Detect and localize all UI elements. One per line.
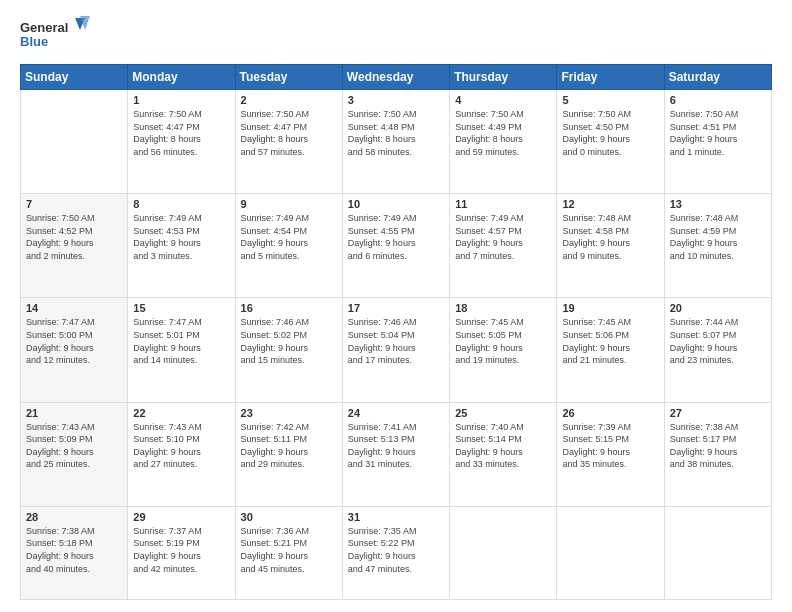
day-info: Sunrise: 7:50 AMSunset: 4:48 PMDaylight:… bbox=[348, 108, 444, 158]
day-number: 19 bbox=[562, 302, 658, 314]
calendar-cell bbox=[557, 506, 664, 599]
day-info: Sunrise: 7:39 AMSunset: 5:15 PMDaylight:… bbox=[562, 421, 658, 471]
day-info: Sunrise: 7:50 AMSunset: 4:52 PMDaylight:… bbox=[26, 212, 122, 262]
calendar-cell: 11Sunrise: 7:49 AMSunset: 4:57 PMDayligh… bbox=[450, 194, 557, 298]
calendar-cell: 24Sunrise: 7:41 AMSunset: 5:13 PMDayligh… bbox=[342, 402, 449, 506]
weekday-header-row: SundayMondayTuesdayWednesdayThursdayFrid… bbox=[21, 65, 772, 90]
day-number: 3 bbox=[348, 94, 444, 106]
day-info: Sunrise: 7:49 AMSunset: 4:55 PMDaylight:… bbox=[348, 212, 444, 262]
day-info: Sunrise: 7:47 AMSunset: 5:00 PMDaylight:… bbox=[26, 316, 122, 366]
svg-text:General: General bbox=[20, 20, 68, 35]
calendar-cell: 21Sunrise: 7:43 AMSunset: 5:09 PMDayligh… bbox=[21, 402, 128, 506]
logo-svg: General Blue bbox=[20, 16, 90, 54]
day-info: Sunrise: 7:50 AMSunset: 4:47 PMDaylight:… bbox=[241, 108, 337, 158]
day-info: Sunrise: 7:50 AMSunset: 4:51 PMDaylight:… bbox=[670, 108, 766, 158]
weekday-header-wednesday: Wednesday bbox=[342, 65, 449, 90]
calendar-cell: 22Sunrise: 7:43 AMSunset: 5:10 PMDayligh… bbox=[128, 402, 235, 506]
calendar-cell: 7Sunrise: 7:50 AMSunset: 4:52 PMDaylight… bbox=[21, 194, 128, 298]
day-number: 28 bbox=[26, 511, 122, 523]
calendar-cell: 1Sunrise: 7:50 AMSunset: 4:47 PMDaylight… bbox=[128, 90, 235, 194]
day-number: 13 bbox=[670, 198, 766, 210]
calendar-week-3: 14Sunrise: 7:47 AMSunset: 5:00 PMDayligh… bbox=[21, 298, 772, 402]
calendar-week-1: 1Sunrise: 7:50 AMSunset: 4:47 PMDaylight… bbox=[21, 90, 772, 194]
weekday-header-friday: Friday bbox=[557, 65, 664, 90]
day-number: 14 bbox=[26, 302, 122, 314]
calendar-cell: 4Sunrise: 7:50 AMSunset: 4:49 PMDaylight… bbox=[450, 90, 557, 194]
calendar-cell: 3Sunrise: 7:50 AMSunset: 4:48 PMDaylight… bbox=[342, 90, 449, 194]
day-info: Sunrise: 7:50 AMSunset: 4:49 PMDaylight:… bbox=[455, 108, 551, 158]
day-number: 5 bbox=[562, 94, 658, 106]
day-number: 29 bbox=[133, 511, 229, 523]
calendar-cell: 27Sunrise: 7:38 AMSunset: 5:17 PMDayligh… bbox=[664, 402, 771, 506]
day-number: 12 bbox=[562, 198, 658, 210]
weekday-header-monday: Monday bbox=[128, 65, 235, 90]
day-number: 30 bbox=[241, 511, 337, 523]
calendar-cell bbox=[450, 506, 557, 599]
day-info: Sunrise: 7:47 AMSunset: 5:01 PMDaylight:… bbox=[133, 316, 229, 366]
calendar-cell: 30Sunrise: 7:36 AMSunset: 5:21 PMDayligh… bbox=[235, 506, 342, 599]
calendar-week-4: 21Sunrise: 7:43 AMSunset: 5:09 PMDayligh… bbox=[21, 402, 772, 506]
calendar-cell: 26Sunrise: 7:39 AMSunset: 5:15 PMDayligh… bbox=[557, 402, 664, 506]
calendar-cell: 25Sunrise: 7:40 AMSunset: 5:14 PMDayligh… bbox=[450, 402, 557, 506]
day-info: Sunrise: 7:48 AMSunset: 4:58 PMDaylight:… bbox=[562, 212, 658, 262]
day-info: Sunrise: 7:50 AMSunset: 4:50 PMDaylight:… bbox=[562, 108, 658, 158]
day-number: 24 bbox=[348, 407, 444, 419]
calendar-cell: 17Sunrise: 7:46 AMSunset: 5:04 PMDayligh… bbox=[342, 298, 449, 402]
day-number: 16 bbox=[241, 302, 337, 314]
weekday-header-thursday: Thursday bbox=[450, 65, 557, 90]
calendar-cell: 13Sunrise: 7:48 AMSunset: 4:59 PMDayligh… bbox=[664, 194, 771, 298]
calendar-cell: 5Sunrise: 7:50 AMSunset: 4:50 PMDaylight… bbox=[557, 90, 664, 194]
day-number: 10 bbox=[348, 198, 444, 210]
calendar-cell: 14Sunrise: 7:47 AMSunset: 5:00 PMDayligh… bbox=[21, 298, 128, 402]
day-info: Sunrise: 7:35 AMSunset: 5:22 PMDaylight:… bbox=[348, 525, 444, 575]
calendar-cell bbox=[21, 90, 128, 194]
day-number: 6 bbox=[670, 94, 766, 106]
weekday-header-saturday: Saturday bbox=[664, 65, 771, 90]
day-number: 23 bbox=[241, 407, 337, 419]
day-number: 22 bbox=[133, 407, 229, 419]
calendar-cell: 15Sunrise: 7:47 AMSunset: 5:01 PMDayligh… bbox=[128, 298, 235, 402]
day-number: 2 bbox=[241, 94, 337, 106]
day-info: Sunrise: 7:48 AMSunset: 4:59 PMDaylight:… bbox=[670, 212, 766, 262]
weekday-header-tuesday: Tuesday bbox=[235, 65, 342, 90]
calendar-cell: 31Sunrise: 7:35 AMSunset: 5:22 PMDayligh… bbox=[342, 506, 449, 599]
day-info: Sunrise: 7:42 AMSunset: 5:11 PMDaylight:… bbox=[241, 421, 337, 471]
day-info: Sunrise: 7:46 AMSunset: 5:02 PMDaylight:… bbox=[241, 316, 337, 366]
calendar-cell: 2Sunrise: 7:50 AMSunset: 4:47 PMDaylight… bbox=[235, 90, 342, 194]
day-info: Sunrise: 7:45 AMSunset: 5:05 PMDaylight:… bbox=[455, 316, 551, 366]
calendar-cell: 9Sunrise: 7:49 AMSunset: 4:54 PMDaylight… bbox=[235, 194, 342, 298]
day-number: 8 bbox=[133, 198, 229, 210]
day-number: 9 bbox=[241, 198, 337, 210]
day-number: 11 bbox=[455, 198, 551, 210]
day-info: Sunrise: 7:49 AMSunset: 4:53 PMDaylight:… bbox=[133, 212, 229, 262]
header: General Blue bbox=[20, 16, 772, 54]
page: General Blue SundayMondayTuesdayWednesda… bbox=[0, 0, 792, 612]
day-info: Sunrise: 7:37 AMSunset: 5:19 PMDaylight:… bbox=[133, 525, 229, 575]
calendar-cell: 20Sunrise: 7:44 AMSunset: 5:07 PMDayligh… bbox=[664, 298, 771, 402]
day-number: 17 bbox=[348, 302, 444, 314]
day-info: Sunrise: 7:38 AMSunset: 5:18 PMDaylight:… bbox=[26, 525, 122, 575]
calendar-cell: 12Sunrise: 7:48 AMSunset: 4:58 PMDayligh… bbox=[557, 194, 664, 298]
day-number: 18 bbox=[455, 302, 551, 314]
day-number: 15 bbox=[133, 302, 229, 314]
calendar-table: SundayMondayTuesdayWednesdayThursdayFrid… bbox=[20, 64, 772, 600]
day-info: Sunrise: 7:41 AMSunset: 5:13 PMDaylight:… bbox=[348, 421, 444, 471]
weekday-header-sunday: Sunday bbox=[21, 65, 128, 90]
calendar-cell: 29Sunrise: 7:37 AMSunset: 5:19 PMDayligh… bbox=[128, 506, 235, 599]
calendar-cell: 10Sunrise: 7:49 AMSunset: 4:55 PMDayligh… bbox=[342, 194, 449, 298]
day-number: 25 bbox=[455, 407, 551, 419]
calendar-cell: 18Sunrise: 7:45 AMSunset: 5:05 PMDayligh… bbox=[450, 298, 557, 402]
svg-text:Blue: Blue bbox=[20, 34, 48, 49]
day-info: Sunrise: 7:40 AMSunset: 5:14 PMDaylight:… bbox=[455, 421, 551, 471]
day-info: Sunrise: 7:46 AMSunset: 5:04 PMDaylight:… bbox=[348, 316, 444, 366]
day-number: 26 bbox=[562, 407, 658, 419]
calendar-cell: 19Sunrise: 7:45 AMSunset: 5:06 PMDayligh… bbox=[557, 298, 664, 402]
day-number: 1 bbox=[133, 94, 229, 106]
calendar-cell bbox=[664, 506, 771, 599]
calendar-cell: 28Sunrise: 7:38 AMSunset: 5:18 PMDayligh… bbox=[21, 506, 128, 599]
day-info: Sunrise: 7:49 AMSunset: 4:54 PMDaylight:… bbox=[241, 212, 337, 262]
day-info: Sunrise: 7:38 AMSunset: 5:17 PMDaylight:… bbox=[670, 421, 766, 471]
calendar-cell: 8Sunrise: 7:49 AMSunset: 4:53 PMDaylight… bbox=[128, 194, 235, 298]
day-info: Sunrise: 7:43 AMSunset: 5:10 PMDaylight:… bbox=[133, 421, 229, 471]
day-info: Sunrise: 7:50 AMSunset: 4:47 PMDaylight:… bbox=[133, 108, 229, 158]
